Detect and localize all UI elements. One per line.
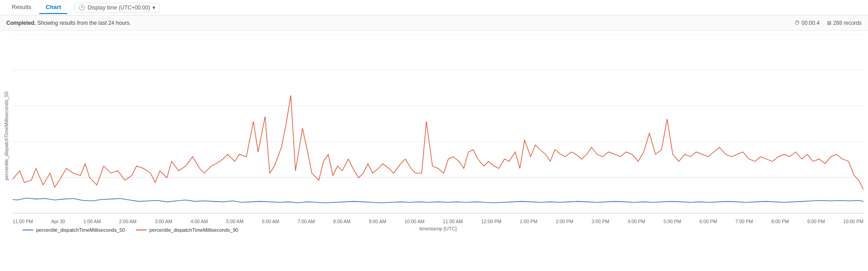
records-count: 288 records — [833, 20, 862, 26]
chart-svg-container: 500 400 300 200 100 0 — [13, 34, 863, 218]
duration-value: 00:00.4 — [802, 20, 820, 26]
chart-inner: 500 400 300 200 100 0 11:00 PM Apr — [13, 34, 863, 224]
x-axis-labels: 11:00 PM Apr 30 1:00 AM 2:00 AM 3:00 AM … — [13, 218, 863, 224]
chart-wrapper: percentile_dispatchTimeMilliseconds_50 5… — [0, 34, 868, 224]
clock-icon: 🕐 — [78, 5, 85, 11]
chevron-down-icon: ▾ — [152, 5, 155, 11]
series-p50-line — [13, 198, 863, 202]
duration-icon: ⏱ — [794, 20, 800, 26]
status-right: ⏱ 00:00.4 ⊞ 288 records — [794, 20, 862, 26]
display-time-label: Display time (UTC+00:00) — [88, 5, 150, 11]
x-axis-label: timestamp [UTC] — [13, 224, 863, 232]
completed-label: Completed. — [6, 20, 36, 26]
chart-area: percentile_dispatchTimeMilliseconds_50 5… — [0, 31, 868, 252]
status-detail: Showing results from the last 24 hours. — [37, 20, 131, 26]
status-message: Completed. Showing results from the last… — [6, 20, 131, 26]
records-display: ⊞ 288 records — [827, 20, 862, 26]
top-bar: Results Chart 🕐 Display time (UTC+00:00)… — [0, 0, 868, 15]
display-time-selector[interactable]: 🕐 Display time (UTC+00:00) ▾ — [74, 3, 159, 13]
series-p90-line — [13, 96, 863, 190]
tab-results[interactable]: Results — [5, 1, 37, 14]
records-icon: ⊞ — [827, 20, 831, 26]
duration-display: ⏱ 00:00.4 — [794, 20, 820, 26]
tab-chart[interactable]: Chart — [39, 1, 67, 14]
y-axis-label: percentile_dispatchTimeMilliseconds_50 — [0, 34, 13, 224]
status-bar: Completed. Showing results from the last… — [0, 15, 868, 31]
